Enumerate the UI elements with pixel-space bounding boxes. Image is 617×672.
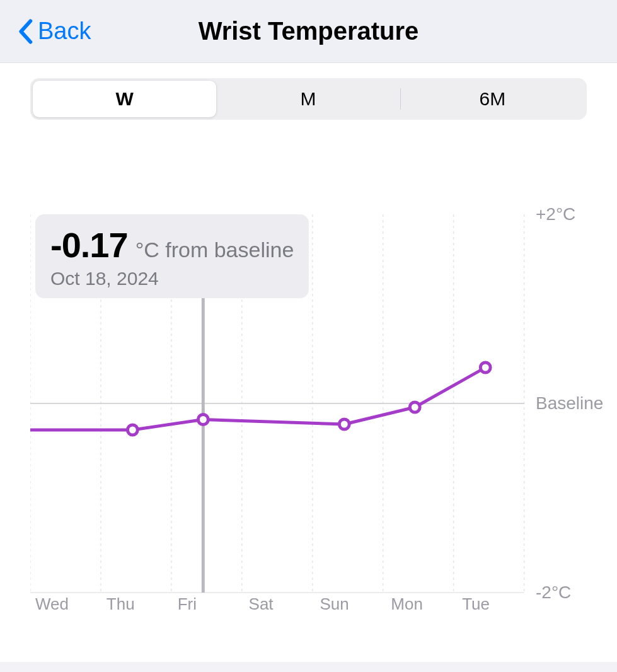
tooltip-unit: °C from baseline <box>136 238 294 262</box>
chart-container: -0.17 °C from baseline Oct 18, 2024 +2°C… <box>30 214 587 618</box>
navigation-bar: Back Wrist Temperature <box>0 0 617 63</box>
segment-w[interactable]: W <box>33 81 216 117</box>
page-title: Wrist Temperature <box>0 17 617 45</box>
svg-point-15 <box>410 402 420 412</box>
x-axis-label: Thu <box>107 594 135 614</box>
back-label: Back <box>38 18 91 45</box>
footer-separator <box>0 662 617 672</box>
chevron-left-icon <box>18 19 33 44</box>
x-axis-label: Sat <box>249 594 274 614</box>
data-tooltip: -0.17 °C from baseline Oct 18, 2024 <box>35 214 309 298</box>
y-axis-label: Baseline <box>536 393 591 414</box>
y-axis-label: -2°C <box>536 582 591 603</box>
content-area: WM6M -0.17 °C from baseline Oct 18, 2024… <box>0 63 617 618</box>
x-axis-labels: WedThuFriSatSunMonTue <box>30 593 528 618</box>
back-button[interactable]: Back <box>0 18 91 45</box>
time-range-segmented-control: WM6M <box>30 78 587 120</box>
tooltip-value: -0.17 <box>50 224 128 265</box>
svg-point-16 <box>480 362 490 373</box>
svg-point-14 <box>339 419 349 429</box>
segment-m[interactable]: M <box>216 81 400 117</box>
x-axis-label: Wed <box>35 594 69 614</box>
svg-point-12 <box>127 425 137 435</box>
segment-6m[interactable]: 6M <box>401 81 584 117</box>
y-axis-label: +2°C <box>536 204 591 224</box>
x-axis-label: Tue <box>462 594 490 614</box>
tooltip-date: Oct 18, 2024 <box>50 268 294 289</box>
svg-point-13 <box>198 415 208 425</box>
x-axis-label: Sun <box>320 594 349 614</box>
x-axis-label: Fri <box>178 594 197 614</box>
x-axis-label: Mon <box>391 594 423 614</box>
